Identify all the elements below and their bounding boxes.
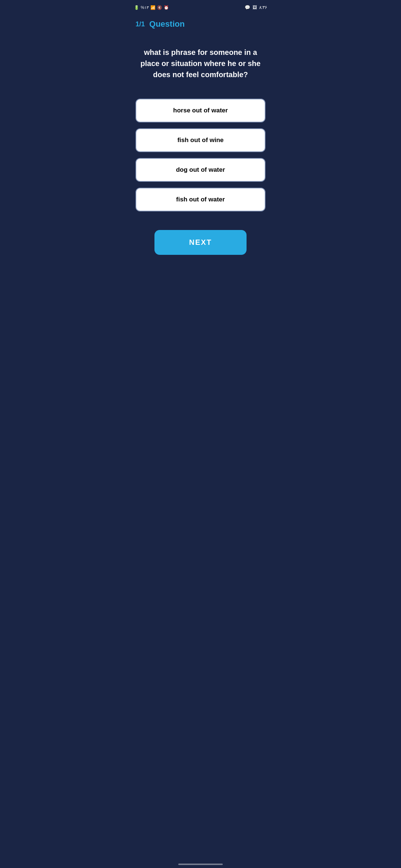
question-label: Question [149,19,185,29]
battery-icon: 🔋 [134,5,139,10]
header: 1/1 Question [128,13,273,32]
option-button-1[interactable]: horse out of water [136,99,265,122]
question-counter: 1/1 [136,20,145,28]
status-right: 💬 🖼 ۸:۳۶ [245,5,267,10]
status-bar: 🔋 %۱۳ 📶 🔇 ⏰ 💬 🖼 ۸:۳۶ [128,0,273,13]
whatsapp-icon: 💬 [245,5,250,10]
status-left: 🔋 %۱۳ 📶 🔇 ⏰ [134,5,169,10]
next-button[interactable]: NEXT [154,230,247,255]
alarm-icon: ⏰ [164,5,169,10]
options-area: horse out of water fish out of wine dog … [128,91,273,219]
option-button-3[interactable]: dog out of water [136,158,265,182]
question-area: what is phrase for someone in a place or… [128,32,273,91]
option-button-2[interactable]: fish out of wine [136,128,265,152]
time-display: ۸:۳۶ [259,5,267,10]
next-area: NEXT [128,219,273,262]
option-button-4[interactable]: fish out of water [136,188,265,211]
battery-percent: %۱۳ [141,5,149,10]
gallery-icon: 🖼 [252,5,257,10]
question-text: what is phrase for someone in a place or… [139,47,262,80]
signal-icon: 📶 [150,5,156,10]
mute-icon: 🔇 [157,5,162,10]
